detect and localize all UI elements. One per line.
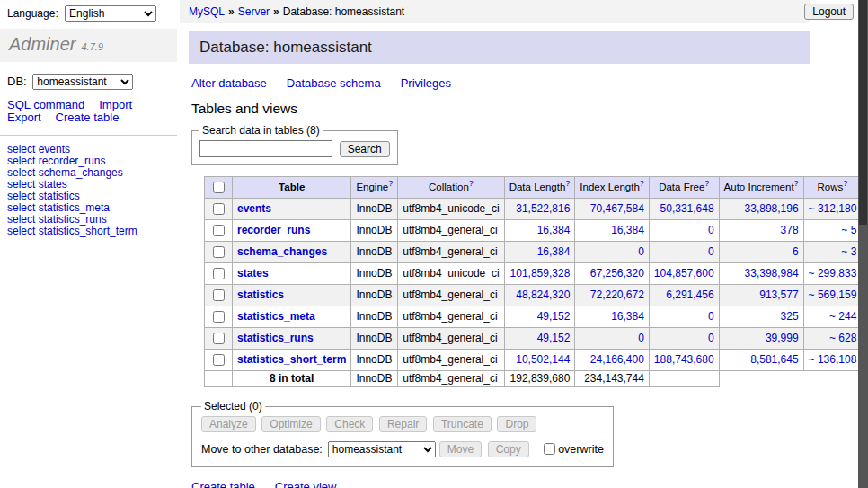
rows-count-link[interactable]: ~ 3: [841, 245, 856, 258]
data-free-link[interactable]: 188,743,680: [654, 353, 714, 366]
data-length-link[interactable]: 101,859,328: [510, 267, 571, 279]
sidebar-link-select-schema-changes[interactable]: select schema_changes: [7, 166, 123, 179]
auto-increment-link[interactable]: 6: [793, 245, 799, 258]
rows-count-link[interactable]: ~ 299,833: [809, 267, 857, 279]
data-free-link[interactable]: 104,857,600: [654, 267, 714, 279]
optimize-button[interactable]: Optimize: [261, 416, 320, 432]
column-help-link[interactable]: ?: [704, 179, 709, 188]
sidebar-link-select-statistics-short-term[interactable]: select statistics_short_term: [7, 225, 137, 237]
move-database-select[interactable]: homeassistant: [328, 441, 436, 457]
rows-count-link[interactable]: ~ 244: [829, 310, 856, 323]
auto-increment-link[interactable]: 33,898,196: [745, 202, 799, 215]
data-free-link[interactable]: 0: [708, 332, 714, 344]
data-length-link[interactable]: 31,522,816: [516, 202, 570, 215]
auto-increment-link[interactable]: 325: [781, 310, 799, 323]
rows-count-link[interactable]: ~ 569,159: [809, 288, 857, 301]
rows-count-link[interactable]: ~ 628: [829, 332, 856, 344]
data-free-link[interactable]: 0: [708, 245, 714, 258]
table-name-link[interactable]: states: [237, 267, 269, 279]
rows-count-link[interactable]: ~ 136,108: [809, 353, 857, 366]
row-select-checkbox[interactable]: [213, 311, 225, 323]
table-name-link[interactable]: events: [237, 202, 271, 215]
alter-database-link[interactable]: Alter database: [191, 76, 267, 90]
overwrite-option[interactable]: overwrite: [540, 443, 604, 456]
row-select-checkbox[interactable]: [213, 289, 225, 301]
sidebar-link-select-recorder-runs[interactable]: select recorder_runs: [7, 155, 105, 167]
data-length-link[interactable]: 49,152: [537, 332, 571, 344]
sidebar-link-select-statistics-runs[interactable]: select statistics_runs: [7, 213, 107, 226]
breadcrumb-mysql-link[interactable]: MySQL: [189, 5, 225, 18]
logout-button[interactable]: Logout: [804, 4, 854, 20]
index-length-link[interactable]: 16,384: [611, 310, 644, 323]
column-help-link[interactable]: ?: [794, 179, 799, 188]
column-help-link[interactable]: ?: [843, 179, 847, 188]
column-help-link[interactable]: ?: [469, 179, 474, 188]
data-length-link[interactable]: 16,384: [537, 245, 571, 258]
breadcrumb-server-link[interactable]: Server: [238, 5, 270, 18]
analyze-button[interactable]: Analyze: [201, 416, 256, 432]
database-schema-link[interactable]: Database schema: [287, 76, 381, 90]
row-select-checkbox[interactable]: [213, 225, 225, 236]
import-link[interactable]: Import: [99, 98, 132, 111]
data-length-link[interactable]: 16,384: [537, 224, 571, 236]
auto-increment-link[interactable]: 8,581,645: [750, 353, 798, 366]
index-length-link[interactable]: 0: [638, 245, 644, 258]
data-length-link[interactable]: 10,502,144: [516, 353, 570, 366]
auto-increment-link[interactable]: 33,398,984: [745, 267, 799, 279]
rows-count-link[interactable]: ~ 5: [841, 224, 856, 236]
rows-count-link[interactable]: ~ 312,180: [809, 202, 857, 215]
table-name-link[interactable]: recorder_runs: [237, 224, 310, 236]
index-length-link[interactable]: 24,166,400: [590, 353, 644, 366]
table-name-link[interactable]: schema_changes: [237, 245, 327, 258]
data-length-link[interactable]: 48,824,320: [516, 288, 570, 301]
truncate-button[interactable]: Truncate: [433, 416, 492, 432]
sidebar-link-select-statistics[interactable]: select statistics: [7, 190, 80, 202]
row-select-checkbox[interactable]: [213, 203, 225, 215]
table-name-link[interactable]: statistics: [237, 288, 284, 301]
index-length-link[interactable]: 0: [638, 332, 644, 344]
select-all-checkbox[interactable]: [213, 182, 225, 193]
sidebar-link-select-events[interactable]: select events: [7, 143, 70, 155]
move-button[interactable]: Move: [439, 441, 482, 457]
db-select[interactable]: homeassistant: [32, 74, 133, 90]
copy-button[interactable]: Copy: [488, 441, 529, 457]
auto-increment-link[interactable]: 913,577: [759, 288, 798, 301]
row-select-checkbox[interactable]: [213, 268, 225, 279]
sql-command-link[interactable]: SQL command: [7, 98, 84, 111]
sidebar-link-select-states[interactable]: select states: [7, 178, 67, 191]
sidebar-link-select-statistics-meta[interactable]: select statistics_meta: [7, 201, 110, 214]
drop-button[interactable]: Drop: [497, 416, 536, 432]
table-search-input[interactable]: [199, 140, 332, 157]
column-help-link[interactable]: ?: [565, 179, 570, 188]
search-button[interactable]: Search: [340, 141, 390, 157]
vertical-scrollbar[interactable]: [858, 0, 868, 488]
privileges-link[interactable]: Privileges: [401, 76, 451, 90]
row-select-checkbox[interactable]: [213, 246, 225, 258]
overwrite-checkbox[interactable]: [544, 443, 555, 455]
scrollbar-thumb[interactable]: [859, 0, 867, 225]
data-free-link[interactable]: 50,331,648: [660, 202, 714, 215]
row-select-checkbox[interactable]: [213, 333, 225, 344]
data-free-link[interactable]: 0: [708, 224, 714, 236]
data-length-link[interactable]: 49,152: [537, 310, 571, 323]
table-name-link[interactable]: statistics_meta: [237, 310, 315, 323]
index-length-link[interactable]: 72,220,672: [590, 288, 644, 301]
auto-increment-link[interactable]: 378: [781, 224, 799, 236]
column-help-link[interactable]: ?: [640, 179, 644, 188]
sidebar-create-table-link[interactable]: Create table: [56, 111, 120, 124]
create-table-link[interactable]: Create table: [191, 480, 255, 488]
auto-increment-link[interactable]: 39,999: [766, 332, 799, 344]
create-view-link[interactable]: Create view: [275, 480, 337, 488]
column-help-link[interactable]: ?: [388, 179, 393, 188]
check-button[interactable]: Check: [326, 416, 373, 432]
index-length-link[interactable]: 67,256,320: [590, 267, 644, 279]
language-select[interactable]: English: [65, 5, 156, 22]
data-free-link[interactable]: 6,291,456: [666, 288, 713, 301]
table-name-link[interactable]: statistics_runs: [237, 332, 314, 344]
export-link[interactable]: Export: [7, 111, 41, 124]
table-name-link[interactable]: statistics_short_term: [237, 353, 346, 366]
index-length-link[interactable]: 16,384: [611, 224, 644, 236]
data-free-link[interactable]: 0: [708, 310, 714, 323]
repair-button[interactable]: Repair: [379, 416, 427, 432]
index-length-link[interactable]: 70,467,584: [590, 202, 644, 215]
